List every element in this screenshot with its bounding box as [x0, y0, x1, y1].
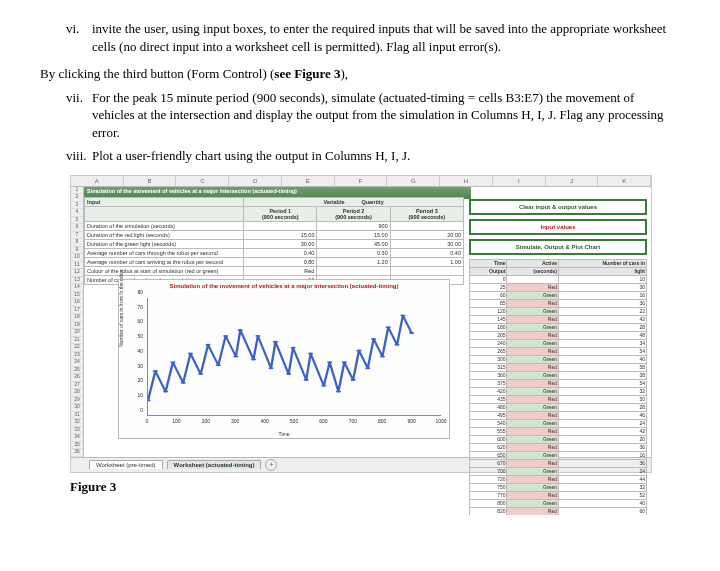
rh-secs: (seconds) [507, 267, 558, 275]
svg-point-13 [255, 335, 260, 337]
svg-point-31 [400, 314, 405, 316]
rh-active: Active [507, 259, 558, 267]
hdr-input: Input [85, 197, 244, 206]
chart-title: Simulation of the movement of vehicles a… [119, 283, 449, 289]
row-headers: 1234567891011121314151617181920212223242… [71, 187, 84, 457]
chart-line [148, 315, 412, 400]
instr-item-viii: viii. Plot a user-friendly chart using t… [66, 147, 680, 165]
instr-text-vi: invite the user, using input boxes, to e… [92, 21, 666, 54]
svg-point-30 [394, 344, 399, 346]
svg-point-14 [268, 367, 273, 369]
svg-point-32 [409, 332, 414, 334]
svg-point-17 [290, 347, 295, 349]
chart-ylabel: Number of cars in front fo the robot [118, 269, 124, 347]
chart-x-axis: 01002003004005006007008009001000 [147, 418, 441, 428]
svg-point-26 [365, 367, 370, 369]
svg-point-19 [308, 352, 313, 354]
hdr-p2: Period 2(900 seconds) [317, 206, 390, 221]
rh-time: Time [470, 259, 507, 267]
rh-ncars: Number of cars in [558, 259, 646, 267]
tab-pretimed[interactable]: Worksheet (pre-timed) [89, 460, 163, 469]
svg-point-18 [304, 379, 309, 381]
instruction-list: vi. invite the user, using input boxes, … [40, 20, 680, 165]
svg-point-28 [380, 355, 385, 357]
hp1s: (900 seconds) [262, 214, 299, 220]
instr-item-vii: vii. For the peak 15 minute period (900 … [66, 89, 680, 142]
embedded-chart: Simulation of the movement of vehicles a… [118, 279, 450, 439]
svg-point-3 [170, 361, 175, 363]
svg-point-12 [251, 358, 256, 360]
svg-point-11 [238, 329, 243, 331]
hdr-p1: Period 1(900 seconds) [244, 206, 317, 221]
svg-point-29 [386, 326, 391, 328]
svg-point-5 [188, 352, 193, 354]
svg-point-1 [153, 370, 158, 372]
right-panel: Clear input & output values Input values… [469, 199, 647, 515]
sheet-canvas: Simulation of the movement of vehicles a… [84, 187, 651, 457]
svg-point-8 [216, 364, 221, 366]
rh-output: Output [470, 267, 507, 275]
svg-point-9 [223, 335, 228, 337]
marker-vii: vii. [66, 89, 83, 107]
chart-xlabel: Time [279, 431, 290, 437]
svg-point-6 [198, 373, 203, 375]
input-variable-table: Input Variable Quantity Period 1(900 sec… [84, 197, 464, 285]
chart-svg [148, 298, 441, 415]
svg-point-7 [205, 344, 210, 346]
tab-actuated[interactable]: Worksheet (actuated-timing) [167, 460, 262, 469]
column-headers: ABCDEFGHIJK [71, 176, 651, 187]
svg-point-21 [327, 361, 332, 363]
svg-point-16 [286, 373, 291, 375]
marker-vi: vi. [66, 20, 79, 38]
figure-spreadsheet: ABCDEFGHIJK 1234567891011121314151617181… [70, 175, 652, 473]
svg-point-10 [233, 355, 238, 357]
hp2s: (900 seconds) [335, 214, 372, 220]
svg-point-15 [273, 341, 278, 343]
marker-viii: viii. [66, 147, 87, 165]
clear-button[interactable]: Clear input & output values [469, 199, 647, 215]
simulate-button[interactable]: Simulate, Output & Plot Chart [469, 239, 647, 255]
output-table: Time Active Number of cars in Output (se… [469, 259, 647, 515]
svg-point-24 [350, 379, 355, 381]
new-sheet-button[interactable]: + [265, 459, 277, 471]
svg-point-2 [163, 390, 168, 392]
instr-text-vii: For the peak 15 minute period (900 secon… [92, 90, 664, 140]
chart-plot-area [147, 298, 441, 416]
instr-text-viii: Plot a user-friendly chart using the out… [92, 148, 410, 163]
hdr-variable-row: Variable Quantity [244, 197, 464, 206]
instr-item-vi: vi. invite the user, using input boxes, … [66, 20, 680, 55]
hdr-p3: Period 3(900 seconds) [390, 206, 463, 221]
intro-line: By clicking the third button (Form Contr… [40, 65, 680, 83]
chart-y-axis: Number of cars in front fo the robot 010… [120, 298, 145, 416]
svg-point-23 [342, 361, 347, 363]
svg-point-4 [181, 382, 186, 384]
hp3s: (900 seconds) [409, 214, 446, 220]
hdr-variable: Variable [323, 199, 344, 205]
hdr-quantity: Quantity [361, 199, 383, 205]
svg-point-25 [356, 349, 361, 351]
input-values-button[interactable]: Input values [469, 219, 647, 235]
rh-light: light [558, 267, 646, 275]
svg-point-27 [371, 338, 376, 340]
svg-point-0 [148, 399, 151, 401]
svg-point-20 [321, 385, 326, 387]
blank-th [85, 206, 244, 221]
svg-point-22 [336, 390, 341, 392]
